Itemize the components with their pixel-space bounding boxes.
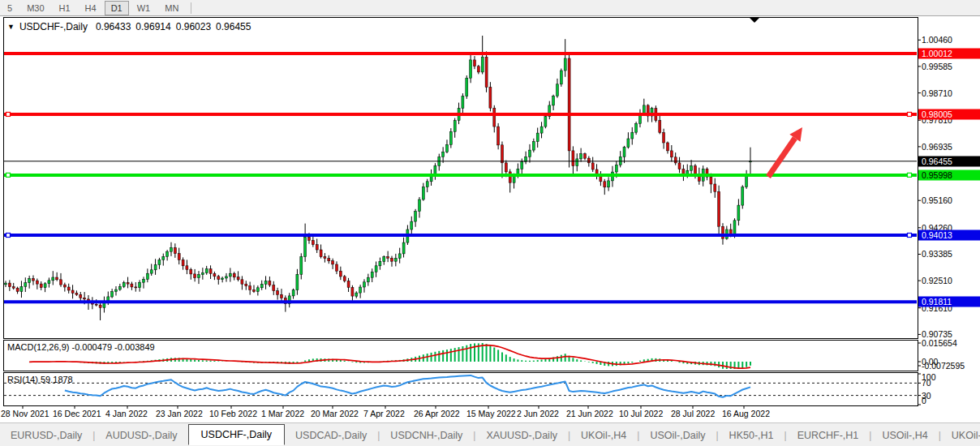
high-value: 0.96914 [135, 21, 170, 32]
symbol-tab-usoil[interactable]: USOil-,H4 [871, 427, 938, 444]
date-axis-label: 16 Dec 2021 [53, 409, 101, 418]
macd-axis-label: -0.0072595 [922, 361, 965, 371]
symbol-tab-hk50[interactable]: HK50-,H1 [719, 427, 784, 444]
date-axis-label: 7 Apr 2022 [363, 409, 405, 418]
date-axis-label: 28 Nov 2021 [1, 409, 49, 418]
price-badge-support-1: 0.95998 [918, 169, 980, 180]
date-axis-label: 21 Jun 2022 [566, 409, 613, 418]
symbol-tab-usdcad[interactable]: USDCAD-,Daily [285, 427, 377, 444]
price-badge-resistance-1: 1.00012 [918, 49, 980, 59]
symbol-tab-ukoil[interactable]: UKOil-,H4 [570, 427, 637, 444]
symbol-name: USDCHF-,Daily [19, 21, 88, 32]
date-axis-label: 23 Jan 2022 [156, 409, 203, 418]
price-axis-label: 0.99585 [922, 62, 952, 71]
chart-shift-marker-icon[interactable] [750, 18, 759, 23]
rsi-axis-label: 0 [922, 396, 926, 405]
symbol-tab-eurchf[interactable]: EURCHF-,H1 [787, 427, 870, 444]
price-axis-label: 1.00460 [922, 35, 952, 45]
horizontal-lines[interactable] [4, 54, 917, 302]
symbol-tab-audusd[interactable]: AUDUSD-,Daily [95, 427, 187, 444]
chart-title: ▼USDCHF-,Daily0.964330.969140.960230.964… [7, 21, 256, 32]
price-axis-label: 0.92510 [922, 276, 952, 285]
rsi-axis-label: 70 [922, 378, 931, 388]
symbol-tab-usdcnh[interactable]: USDCNH-,Daily [380, 427, 473, 444]
close-value: 0.96455 [216, 21, 251, 32]
symbol-tab-ukoil[interactable]: UKOil-,H4 [941, 427, 980, 444]
macd-label: MACD(12,26,9) -0.000479 -0.003849 [7, 342, 155, 352]
price-axis-label: 0.98710 [922, 88, 952, 98]
date-axis-label: 15 May 2022 [466, 409, 516, 418]
price-axis-label: 0.95160 [922, 195, 952, 205]
trading-app-window: 5M30H1H4D1W1MN ▼USDCHF-,Daily0.964330.96… [0, 0, 980, 446]
date-axis-label: 10 Feb 2022 [209, 409, 257, 418]
date-axis-label: 28 Jul 2022 [671, 409, 715, 418]
macd-axis-label: 0.015654 [922, 338, 957, 348]
rsi-label: RSI(14) 59.1878 [7, 375, 73, 384]
price-badge-resistance-2: 0.98005 [918, 109, 980, 119]
low-value: 0.96023 [176, 21, 211, 32]
price-badge-bid-price: 0.96455 [918, 156, 980, 166]
candlestick-series [5, 36, 752, 320]
collapse-triangle-icon[interactable]: ▼ [7, 23, 15, 31]
date-axis-label: 2 Jun 2022 [517, 409, 559, 418]
rsi-series [4, 375, 917, 397]
symbol-tab-usdchf[interactable]: USDCHF-,Daily [188, 424, 286, 445]
date-axis-label: 16 Aug 2022 [722, 409, 770, 418]
symbol-tab-xauusd[interactable]: XAUUSD-,Daily [475, 427, 568, 444]
date-axis-label: 1 Mar 2022 [261, 409, 304, 418]
date-axis-label: 4 Jan 2022 [105, 409, 148, 418]
symbol-tab-usoil[interactable]: USOil-,Daily [639, 427, 716, 444]
chart-canvas [0, 0, 980, 446]
price-badge-support-2: 0.94013 [918, 230, 980, 241]
trend-arrow[interactable] [768, 127, 802, 177]
date-axis-label: 10 Jul 2022 [619, 409, 663, 418]
date-axis-label: 20 Mar 2022 [311, 409, 359, 418]
axis-ticks [23, 40, 921, 409]
price-axis-label: 0.93385 [922, 249, 952, 259]
date-axis-label: 26 Apr 2022 [414, 409, 460, 418]
open-value: 0.96433 [96, 21, 131, 32]
symbol-tab-eurusd[interactable]: EURUSD-,Daily [0, 427, 92, 444]
price-axis-label: 0.96935 [922, 142, 952, 152]
symbol-tab-bar: EURUSD-,Daily|AUDUSD-,DailyUSDCHF-,Daily… [0, 422, 980, 446]
price-badge-support-3: 0.91811 [918, 297, 980, 307]
